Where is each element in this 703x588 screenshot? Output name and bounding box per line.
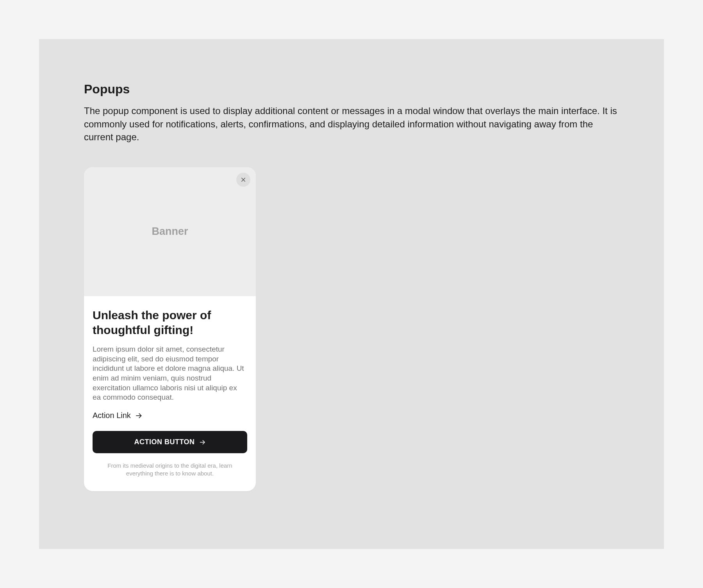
popup-banner: Banner <box>84 167 256 296</box>
popup-body-text: Lorem ipsum dolor sit amet, consectetur … <box>93 345 247 402</box>
popup-title: Unleash the power of thoughtful gifting! <box>93 308 247 338</box>
banner-placeholder-label: Banner <box>152 225 188 238</box>
close-icon <box>240 177 246 183</box>
popup-body: Unleash the power of thoughtful gifting!… <box>84 296 256 491</box>
section-description: The popup component is used to display a… <box>84 104 619 144</box>
section-container: Popups The popup component is used to di… <box>39 39 664 549</box>
arrow-right-icon <box>199 439 206 446</box>
section-title: Popups <box>84 82 619 97</box>
popup-card: Banner Unleash the power of thoughtful g… <box>84 167 256 491</box>
action-link[interactable]: Action Link <box>93 411 143 420</box>
action-link-label: Action Link <box>93 411 131 420</box>
close-button[interactable] <box>236 173 250 187</box>
arrow-right-icon <box>135 412 143 420</box>
action-button[interactable]: ACTION BUTTON <box>93 431 247 453</box>
popup-footnote: From its medieval origins to the digital… <box>93 462 247 478</box>
action-button-label: ACTION BUTTON <box>134 438 194 446</box>
